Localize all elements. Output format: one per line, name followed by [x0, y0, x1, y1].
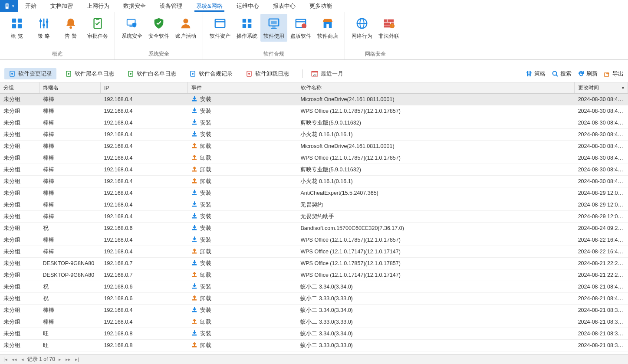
subtab-0[interactable]: 软件变更记录: [4, 68, 56, 79]
cell: 无畏契约: [297, 199, 574, 211]
app-menu-button[interactable]: ▾: [0, 0, 18, 12]
cell: 卸载: [188, 340, 297, 351]
ribbon-btn-0-2[interactable]: 告 警: [57, 14, 84, 42]
table-row[interactable]: 未分组DESKTOP-9G8NA80192.168.0.7卸载WPS Offic…: [0, 269, 628, 281]
table-row[interactable]: 未分组棒棒192.168.0.4安装AntiCheatExpert(15.5.2…: [0, 187, 628, 199]
menu-item-8[interactable]: 更多功能: [302, 0, 339, 12]
tool-refresh[interactable]: 刷新: [578, 70, 598, 78]
ribbon-btn-0-1[interactable]: 策 略: [30, 14, 57, 42]
menu-item-1[interactable]: 文档加密: [43, 0, 80, 12]
table-row[interactable]: 未分组棒棒192.168.0.4卸载WPS Office (12.1.0.178…: [0, 152, 628, 164]
ribbon-btn-3-1[interactable]: !非法外联: [375, 14, 402, 42]
ribbon-btn-0-0[interactable]: 概 览: [3, 14, 30, 42]
table-row[interactable]: 未分组棒棒192.168.0.4卸载Microsoft OneDrive(24.…: [0, 141, 628, 152]
uninstall-icon: [191, 143, 197, 149]
tool-export[interactable]: 导出: [604, 70, 624, 78]
svg-text:!: !: [303, 23, 304, 28]
menu-item-3[interactable]: 数据安全: [116, 0, 153, 12]
pager-first[interactable]: |◂: [3, 357, 8, 362]
cell: 未分组: [0, 340, 39, 351]
table-row[interactable]: 未分组祝192.168.0.6安装蚁小二 3.34.0(3.34.0)2024-…: [0, 281, 628, 293]
subtab-4[interactable]: 软件卸载日志: [241, 68, 293, 79]
pager-prev-page[interactable]: ◂◂: [11, 357, 18, 362]
table-row[interactable]: 未分组棒棒192.168.0.4安装剪映专业版(5.9.0.11632)2024…: [0, 117, 628, 129]
ribbon-group-label: 系统安全: [118, 49, 199, 59]
menu-item-4[interactable]: 设备管理: [153, 0, 189, 12]
ribbon-btn-2-3[interactable]: !盗版软件: [287, 14, 314, 42]
pager-next[interactable]: ▸: [58, 357, 62, 362]
col-header-2[interactable]: IP: [101, 82, 188, 94]
document-icon: [4, 3, 10, 9]
menu-item-6[interactable]: 运维中心: [230, 0, 266, 12]
svg-rect-75: [192, 171, 197, 172]
table-row[interactable]: 未分组棒棒192.168.0.4卸载蚁小二 3.33.0(3.33.0)2024…: [0, 316, 628, 328]
svg-rect-18: [129, 26, 133, 27]
ribbon-btn-1-0[interactable]: 系统安全: [118, 14, 145, 42]
subtab-3[interactable]: 软件合规记录: [185, 68, 237, 79]
menu-item-2[interactable]: 上网行为: [80, 0, 116, 12]
svg-rect-24: [243, 24, 246, 28]
install-icon: [191, 236, 197, 243]
cell: Microsoft OneDrive(24.161.0811.0001): [297, 141, 574, 152]
install-icon: [191, 225, 197, 231]
svg-rect-23: [248, 19, 251, 23]
col-header-4[interactable]: 软件名称: [297, 82, 574, 94]
menu-item-5[interactable]: 系统&网络: [189, 0, 230, 12]
table-row[interactable]: 未分组棒棒192.168.0.4安装小火花 0.16.1(0.16.1)2024…: [0, 129, 628, 141]
subtab-1[interactable]: 软件黑名单日志: [61, 68, 118, 79]
pager-prev[interactable]: ◂: [20, 357, 25, 362]
ribbon-group-0: 概 览策 略告 警审批任务概览: [0, 12, 115, 59]
table-row[interactable]: 未分组祝192.168.0.6安装Bandisoft.com.15700C60E…: [0, 223, 628, 234]
svg-rect-4: [12, 19, 16, 23]
date-filter[interactable]: 28 最近一月: [307, 68, 348, 79]
event-label: 安装: [200, 284, 211, 290]
col-header-1[interactable]: 终端名: [39, 82, 101, 94]
tool-sliders[interactable]: 策略: [526, 70, 546, 78]
table-row[interactable]: 未分组棒棒192.168.0.4卸载WPS Office (12.1.0.171…: [0, 246, 628, 258]
shield-pc-icon: [125, 16, 139, 30]
col-header-0[interactable]: 分组: [0, 82, 39, 94]
table-row[interactable]: 未分组旺192.168.0.8安装蚁小二 3.34.0(3.34.0)2024-…: [0, 328, 628, 340]
table-row[interactable]: 未分组棒棒192.168.0.4安装Microsoft OneDrive(24.…: [0, 94, 628, 105]
ribbon-btn-3-0[interactable]: 网络行为: [349, 14, 375, 42]
table-row[interactable]: 未分组DESKTOP-9G8NA80192.168.0.7安装WPS Offic…: [0, 258, 628, 269]
table-row[interactable]: 未分组棒棒192.168.0.4安装蚁小二 3.34.0(3.34.0)2024…: [0, 305, 628, 316]
cell: 卸载: [188, 152, 297, 164]
svg-rect-3: [6, 6, 8, 7]
ribbon-btn-label: 盗版软件: [290, 33, 311, 39]
ribbon-btn-2-0[interactable]: 软件资产: [207, 14, 233, 42]
table-row[interactable]: 未分组旺192.168.0.8卸载蚁小二 3.33.0(3.33.0)2024-…: [0, 340, 628, 351]
uninstall-icon: [191, 342, 197, 348]
tool-search[interactable]: 搜索: [552, 70, 572, 78]
table-row[interactable]: 未分组棒棒192.168.0.4安装WPS Office (12.1.0.178…: [0, 234, 628, 246]
sliders-icon: [37, 16, 51, 30]
table-row[interactable]: 未分组棒棒192.168.0.4卸载剪映专业版(5.9.0.11632)2024…: [0, 164, 628, 176]
ribbon-btn-0-3[interactable]: 审批任务: [84, 14, 111, 42]
tool-label: 导出: [612, 70, 624, 78]
uninstall-icon: [191, 318, 197, 325]
col-header-5[interactable]: 更改时间▼: [575, 82, 628, 94]
svg-rect-7: [18, 24, 22, 28]
event-label: 卸载: [200, 155, 211, 161]
svg-rect-29: [271, 21, 276, 24]
ribbon-btn-1-1[interactable]: 安全软件: [145, 14, 172, 42]
pager-next-page[interactable]: ▸▸: [65, 357, 72, 362]
ribbon-btn-2-2[interactable]: 软件使用: [260, 14, 287, 42]
ribbon-btn-2-4[interactable]: 软件商店: [314, 14, 341, 42]
ribbon-btn-2-1[interactable]: 操作系统: [233, 14, 260, 42]
menu-item-0[interactable]: 开始: [18, 0, 43, 12]
ribbon-btn-1-2[interactable]: 账户活动: [172, 14, 199, 42]
svg-rect-57: [312, 71, 318, 72]
table-row[interactable]: 未分组祝192.168.0.6卸载蚁小二 3.33.0(3.33.0)2024-…: [0, 293, 628, 305]
col-header-3[interactable]: 事件: [188, 82, 297, 94]
subtab-2[interactable]: 软件白名单日志: [123, 68, 181, 79]
table-row[interactable]: 未分组棒棒192.168.0.4卸载小火花 0.16.1(0.16.1)2024…: [0, 176, 628, 187]
table-row[interactable]: 未分组棒棒192.168.0.4安装无畏契约助手2024-08-29 12:01…: [0, 211, 628, 223]
table-row[interactable]: 未分组棒棒192.168.0.4安装WPS Office (12.1.0.178…: [0, 105, 628, 117]
cell: 未分组: [0, 211, 39, 223]
cell: 棒棒: [39, 94, 101, 105]
menu-item-7[interactable]: 报表中心: [266, 0, 302, 12]
event-label: 安装: [200, 260, 211, 266]
table-row[interactable]: 未分组棒棒192.168.0.4安装无畏契约2024-08-29 12:01:0…: [0, 199, 628, 211]
pager-last[interactable]: ▸|: [74, 357, 80, 362]
